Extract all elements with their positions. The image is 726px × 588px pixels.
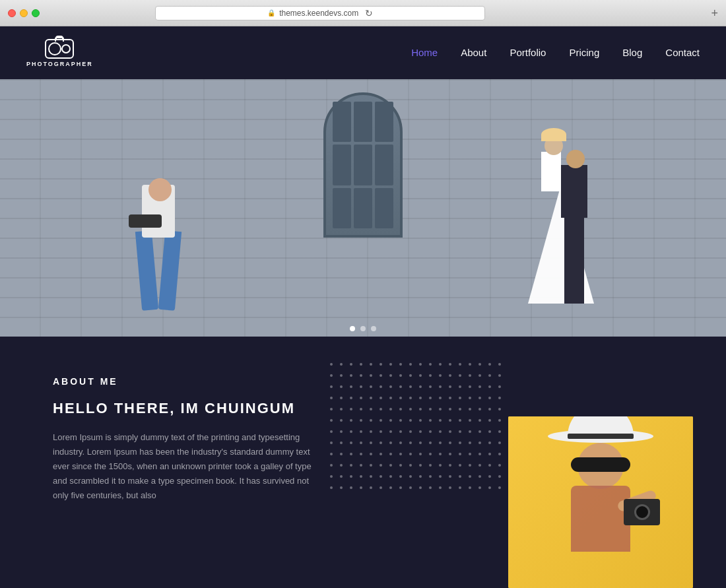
minimize-button[interactable]: [20, 9, 28, 17]
dot-item: [399, 374, 402, 377]
dot-item: [340, 475, 343, 478]
dot-item: [478, 486, 481, 489]
address-bar[interactable]: 🔒 themes.keendevs.com ↻: [155, 6, 485, 20]
dot-item: [340, 363, 343, 366]
dot-item: [478, 419, 481, 422]
about-content: ABOUT ME HELLO THERE, IM CHUINGUM Lorem …: [0, 337, 356, 588]
dot-item: [330, 363, 333, 366]
bride-torso: [541, 152, 561, 191]
dot-item: [340, 486, 343, 489]
dot-item: [370, 408, 372, 410]
dot-item: [419, 408, 422, 410]
dot-pattern: // Generate 18x12 = 216 dots for(let i =…: [330, 363, 515, 508]
dot-2[interactable]: [360, 326, 366, 331]
groom-suit-bottom: [564, 211, 584, 304]
dot-item: [409, 408, 412, 410]
dot-item: [330, 486, 333, 489]
dot-item: [389, 363, 392, 366]
dot-item: [360, 475, 362, 478]
dot-item: [419, 374, 422, 377]
dot-item: [488, 486, 491, 489]
dot-item: [449, 464, 451, 467]
about-title: HELLO THERE, IM CHUINGUM: [53, 400, 323, 417]
nav-home[interactable]: Home: [411, 47, 438, 58]
dot-item: [429, 397, 432, 399]
maximize-button[interactable]: [32, 9, 40, 17]
dot-item: [469, 385, 471, 388]
dot-item: [389, 441, 392, 444]
url-text: themes.keendevs.com: [279, 9, 358, 18]
dot-item: [409, 464, 412, 467]
dot-item: [488, 408, 491, 410]
dot-item: [439, 475, 442, 478]
dot-1[interactable]: [350, 326, 355, 331]
dot-item: [330, 408, 333, 410]
close-button[interactable]: [8, 9, 16, 17]
dot-item: [350, 397, 352, 399]
nav-contact[interactable]: Contact: [665, 47, 700, 58]
dot-item: [429, 363, 432, 366]
dot-item: [330, 441, 333, 444]
dot-item: [498, 475, 501, 478]
dot-item: [469, 397, 471, 399]
dot-item: [350, 385, 352, 388]
dot-item: [370, 374, 372, 377]
dot-item: [330, 453, 333, 455]
dot-item: [449, 486, 451, 489]
dot-item: [330, 475, 333, 478]
dot-item: [350, 363, 352, 366]
dot-item: [498, 363, 501, 366]
dot-item: [360, 363, 362, 366]
dot-item: [469, 430, 471, 433]
dot-item: [419, 385, 422, 388]
dot-item: [419, 441, 422, 444]
dot-item: [488, 385, 491, 388]
navbar: PHOTOGRAPHER Home About Portfolio Pricin…: [0, 26, 726, 79]
dot-item: [350, 374, 352, 377]
dot-item: [350, 464, 352, 467]
dot-item: [399, 486, 402, 489]
dot-item: [360, 397, 362, 399]
dot-item: [459, 453, 461, 455]
dot-item: [439, 430, 442, 433]
reload-icon[interactable]: ↻: [365, 8, 373, 18]
dot-item: [389, 486, 392, 489]
nav-about[interactable]: About: [461, 47, 486, 58]
dot-item: [389, 385, 392, 388]
dot-item: [360, 464, 362, 467]
dot-item: [409, 363, 412, 366]
dot-item: [360, 419, 362, 422]
dot-item: [459, 385, 461, 388]
dot-item: [449, 441, 451, 444]
dot-item: [350, 430, 352, 433]
dot-item: [350, 486, 352, 489]
dot-item: [330, 397, 333, 399]
nav-blog[interactable]: Blog: [622, 47, 642, 58]
nav-portfolio[interactable]: Portfolio: [510, 47, 546, 58]
dot-item: [488, 430, 491, 433]
dot-item: [469, 441, 471, 444]
dot-item: [409, 430, 412, 433]
dot-item: [439, 408, 442, 410]
dot-item: [439, 419, 442, 422]
new-tab-button[interactable]: +: [711, 7, 718, 19]
dot-item: [350, 453, 352, 455]
dot-item: [469, 475, 471, 478]
nav-pricing[interactable]: Pricing: [569, 47, 599, 58]
logo[interactable]: PHOTOGRAPHER: [26, 39, 93, 67]
dot-item: [478, 453, 481, 455]
dot-item: [488, 363, 491, 366]
dot-item: [459, 419, 461, 422]
dot-item: [380, 385, 382, 388]
about-section: ABOUT ME HELLO THERE, IM CHUINGUM Lorem …: [0, 337, 726, 588]
dot-3[interactable]: [371, 326, 376, 331]
dot-item: [419, 486, 422, 489]
dot-item: [330, 464, 333, 467]
dot-item: [419, 419, 422, 422]
dot-item: [340, 430, 343, 433]
dot-item: [340, 397, 343, 399]
dot-grid: // Generate 18x12 = 216 dots for(let i =…: [330, 363, 515, 496]
dot-item: [478, 397, 481, 399]
hat-band: [568, 434, 634, 439]
dot-item: [380, 408, 382, 410]
